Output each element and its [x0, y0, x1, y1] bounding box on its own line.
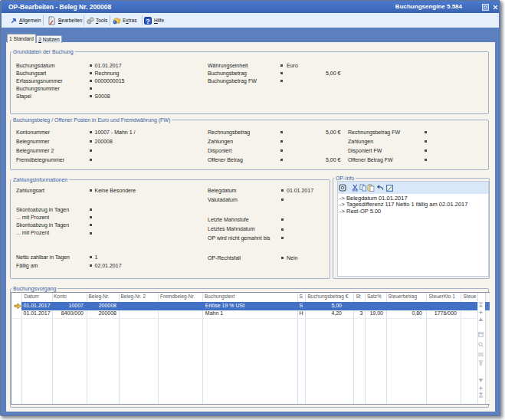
svg-text:86: 86 — [478, 352, 484, 357]
